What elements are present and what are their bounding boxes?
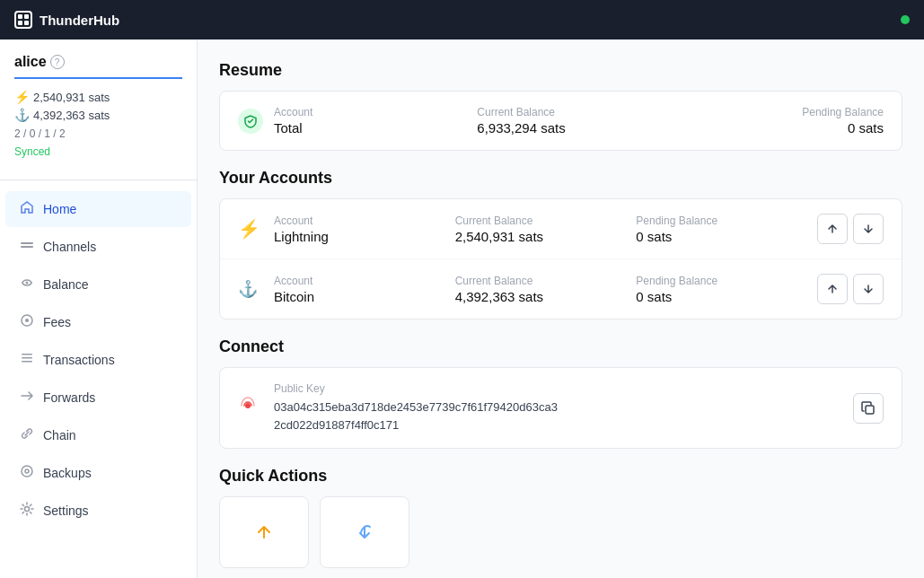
public-key-section: Public Key 03a04c315eba3d718de2453e7739c… xyxy=(274,382,842,434)
status-indicator xyxy=(901,15,910,24)
bitcoin-account-row: ⚓ Account Bitcoin Current Balance 4,392,… xyxy=(220,259,902,319)
sidebar-nav: Home Channels xyxy=(0,191,197,564)
connect-section-title: Connect xyxy=(219,337,902,356)
resume-current-balance-value: 6,933,294 sats xyxy=(477,120,680,136)
lightning-account-icon: ⚡ xyxy=(238,219,260,239)
svg-rect-16 xyxy=(866,406,874,414)
sidebar-item-transactions[interactable]: Transactions xyxy=(5,342,191,378)
anchor-account-icon: ⚓ xyxy=(238,280,258,298)
quick-actions-grid xyxy=(219,496,902,568)
resume-pending-balance-label: Pending Balance xyxy=(681,106,884,118)
lightning-balance-stat: ⚡ 2,540,931 sats xyxy=(14,90,182,104)
bitcoin-current-balance-value: 4,392,363 sats xyxy=(455,289,637,304)
username-display: alice ? xyxy=(14,54,182,79)
bitcoin-current-balance-label: Current Balance xyxy=(455,275,637,287)
svg-point-14 xyxy=(25,507,30,512)
bitcoin-account-label: Account xyxy=(274,275,455,287)
resume-current-balance-label: Current Balance xyxy=(477,106,680,118)
lightning-current-balance-value: 2,540,931 sats xyxy=(455,229,637,244)
public-key-label: Public Key xyxy=(274,382,842,395)
sidebar-item-balance[interactable]: Balance xyxy=(5,267,191,302)
resume-account-value: Total xyxy=(274,120,477,136)
home-icon xyxy=(20,200,34,218)
lightning-account-actions xyxy=(817,214,884,244)
sidebar-item-fees[interactable]: Fees xyxy=(5,304,191,340)
sidebar-divider xyxy=(0,180,197,180)
transactions-icon xyxy=(20,351,34,369)
bitcoin-pending-balance-value: 0 sats xyxy=(636,289,817,304)
bitcoin-account-actions xyxy=(817,274,884,304)
channel-counter: 2 / 0 / 1 / 2 xyxy=(14,127,182,140)
lightning-current-balance-label: Current Balance xyxy=(455,215,637,227)
sidebar-item-forwards[interactable]: Forwards xyxy=(5,380,191,416)
bitcoin-receive-button[interactable] xyxy=(853,274,884,304)
svg-rect-11 xyxy=(22,361,32,363)
sidebar-item-chain-label: Chain xyxy=(43,428,76,442)
lightning-pending-balance-field: Pending Balance 0 sats xyxy=(636,215,817,244)
svg-rect-3 xyxy=(24,21,29,25)
svg-point-6 xyxy=(26,282,29,285)
sidebar-item-backups[interactable]: Backups xyxy=(5,455,191,491)
lightning-send-button[interactable] xyxy=(817,214,848,244)
svg-rect-0 xyxy=(18,14,22,19)
sidebar-item-forwards-label: Forwards xyxy=(43,390,95,405)
backups-icon xyxy=(20,464,34,482)
quick-action-send[interactable] xyxy=(219,496,309,568)
lightning-stat-icon: ⚡ xyxy=(14,90,30,104)
svg-point-8 xyxy=(25,319,29,322)
sidebar-item-settings-label: Settings xyxy=(43,504,89,518)
resume-account-field: Account Total xyxy=(274,106,477,136)
radio-signal-icon xyxy=(238,401,258,419)
anchor-stat-icon: ⚓ xyxy=(14,108,30,122)
sidebar-item-chain[interactable]: Chain xyxy=(5,417,191,453)
bitcoin-account-value: Bitcoin xyxy=(274,289,455,304)
connect-row: Public Key 03a04c315eba3d718de2453e7739c… xyxy=(220,368,902,448)
resume-shield-icon-wrapper xyxy=(238,109,274,134)
bitcoin-current-balance-field: Current Balance 4,392,363 sats xyxy=(455,275,637,304)
svg-rect-4 xyxy=(21,242,33,244)
sidebar-item-settings[interactable]: Settings xyxy=(5,493,191,529)
lightning-account-row: ⚡ Account Lightning Current Balance 2,54… xyxy=(220,199,902,259)
svg-point-13 xyxy=(25,469,29,473)
sidebar-item-home[interactable]: Home xyxy=(5,191,191,227)
svg-rect-9 xyxy=(22,354,32,355)
svg-rect-10 xyxy=(22,357,32,359)
bitcoin-account-field: Account Bitcoin xyxy=(274,275,455,304)
channels-icon xyxy=(20,238,34,256)
topbar: ThunderHub xyxy=(0,0,924,39)
bitcoin-account-icon-wrapper: ⚓ xyxy=(238,279,274,299)
your-accounts-section-title: Your Accounts xyxy=(219,169,902,188)
lightning-balance-value: 2,540,931 sats xyxy=(33,91,110,104)
settings-icon xyxy=(20,502,34,520)
sidebar-item-channels[interactable]: Channels xyxy=(5,229,191,265)
svg-rect-1 xyxy=(24,14,29,19)
sidebar-item-home-label: Home xyxy=(43,202,76,216)
sidebar-item-channels-label: Channels xyxy=(43,240,96,254)
quick-action-receive[interactable] xyxy=(320,496,409,568)
sidebar-item-fees-label: Fees xyxy=(43,315,71,329)
svg-rect-2 xyxy=(18,21,22,25)
app-logo: ThunderHub xyxy=(14,11,119,29)
fees-icon xyxy=(20,313,34,331)
svg-point-12 xyxy=(22,466,32,477)
chain-icon xyxy=(20,426,34,444)
sidebar-user-section: alice ? ⚡ 2,540,931 sats ⚓ 4,392,363 sat… xyxy=(0,54,197,169)
connect-card: Public Key 03a04c315eba3d718de2453e7739c… xyxy=(219,367,902,449)
resume-pending-balance-value: 0 sats xyxy=(681,120,884,136)
copy-pubkey-button[interactable] xyxy=(853,393,884,424)
bitcoin-pending-balance-field: Pending Balance 0 sats xyxy=(636,275,817,304)
svg-point-15 xyxy=(245,403,251,408)
lightning-account-icon-wrapper: ⚡ xyxy=(238,218,274,240)
bitcoin-send-button[interactable] xyxy=(817,274,848,304)
quick-actions-section-title: Quick Actions xyxy=(219,467,902,486)
lightning-receive-button[interactable] xyxy=(853,214,884,244)
lightning-account-value: Lightning xyxy=(274,229,455,244)
resume-section-title: Resume xyxy=(219,61,902,80)
help-icon[interactable]: ? xyxy=(50,55,65,69)
sidebar: alice ? ⚡ 2,540,931 sats ⚓ 4,392,363 sat… xyxy=(0,39,198,578)
logo-icon xyxy=(14,11,32,29)
balance-icon xyxy=(20,276,34,293)
lightning-account-field: Account Lightning xyxy=(274,215,455,244)
resume-current-balance-field: Current Balance 6,933,294 sats xyxy=(477,106,680,136)
resume-card: Account Total Current Balance 6,933,294 … xyxy=(219,91,902,151)
